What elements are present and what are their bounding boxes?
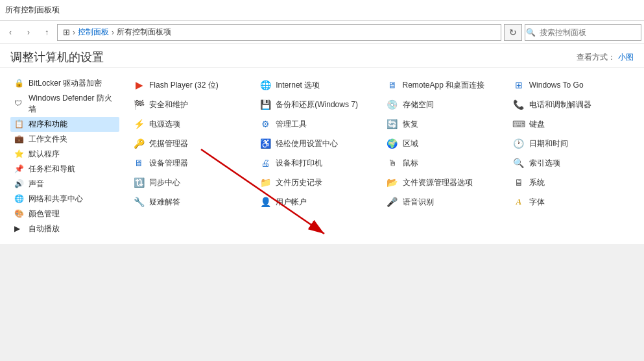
item-label: RemoteApp 和桌面连接 (403, 80, 485, 91)
printer-icon: 🖨 (259, 156, 272, 169)
programs-icon: 📋 (14, 119, 25, 130)
grid-item-explorer[interactable]: 📂 文件资源管理器选项 (381, 173, 507, 192)
grid-item-flash[interactable]: ▶ Flash Player (32 位) (127, 76, 254, 94)
grid-item-trouble[interactable]: 🔧 疑难解答 (127, 193, 254, 211)
security-icon: 🏁 (132, 98, 145, 111)
view-current[interactable]: 小图 (618, 52, 634, 63)
item-label: 区域 (403, 138, 418, 149)
grid-item-mouse[interactable]: 🖱 鼠标 (381, 154, 507, 172)
filehist-icon: 📁 (259, 176, 272, 189)
sidebar-item-defender[interactable]: 🛡 Windows Defender 防火墙 (10, 91, 119, 117)
forward-button[interactable]: › (21, 25, 36, 40)
grid-item-user[interactable]: 👤 用户帐户 (254, 193, 380, 211)
search-box: 🔍 (525, 24, 641, 41)
sidebar-item-color[interactable]: 🎨 颜色管理 (10, 206, 119, 221)
system-icon: 🖥 (512, 176, 525, 189)
item-label: 管理工具 (276, 119, 307, 130)
sidebar-item-default[interactable]: ⭐ 默认程序 (10, 147, 119, 162)
sound-icon: 🔊 (14, 179, 25, 190)
grid-item-remoteapp[interactable]: 🖥 RemoteApp 和桌面连接 (381, 76, 507, 94)
title-bar: 所有控制面板项 (0, 0, 644, 21)
sidebar-item-bitlocker[interactable]: 🔒 BitLocker 驱动器加密 (10, 76, 119, 91)
grid-item-keyboard[interactable]: ⌨ 键盘 (507, 115, 634, 133)
item-label: Flash Player (32 位) (149, 80, 219, 91)
item-label: 电源选项 (149, 119, 180, 130)
backup-icon: 💾 (259, 98, 272, 111)
item-label: Windows To Go (529, 81, 584, 90)
mouse-icon: 🖱 (386, 156, 399, 169)
sidebar-item-label: 自动播放 (29, 223, 60, 234)
refresh-button[interactable]: ↻ (504, 24, 522, 41)
grid-item-devmgr[interactable]: 🖥 设备管理器 (127, 154, 254, 172)
back-button[interactable]: ‹ (3, 25, 18, 40)
sidebar-item-autoplay[interactable]: ▶ 自动播放 (10, 221, 119, 236)
item-label: 凭据管理器 (149, 138, 188, 149)
item-label: 同步中心 (149, 177, 180, 188)
grid-item-system[interactable]: 🖥 系统 (507, 173, 634, 192)
grid-item-security[interactable]: 🏁 安全和维护 (127, 95, 254, 114)
sidebar-item-taskbar[interactable]: 📌 任务栏和导航 (10, 162, 119, 177)
sidebar-item-sound[interactable]: 🔊 声音 (10, 177, 119, 192)
sidebar-item-label: 网络和共享中心 (29, 193, 83, 205)
view-options: 查看方式： 小图 (577, 52, 634, 63)
breadcrumb: ⊞ › 控制面板 › 所有控制面板项 (63, 27, 171, 38)
grid-item-filehist[interactable]: 📁 文件历史记录 (254, 173, 380, 192)
address-field[interactable]: ⊞ › 控制面板 › 所有控制面板项 (57, 24, 501, 41)
grid-item-datetime[interactable]: 🕐 日期和时间 (507, 134, 634, 153)
grid-item-backup[interactable]: 💾 备份和还原(Windows 7) (254, 95, 380, 114)
recover-icon: 🔄 (386, 118, 399, 131)
devmgr-icon: 🖥 (132, 156, 145, 169)
sidebar-item-label: 工作文件夹 (29, 134, 67, 145)
sidebar-item-label: 程序和功能 (29, 119, 67, 130)
keyboard-icon: ⌨ (512, 118, 525, 131)
grid-item-font[interactable]: A 字体 (507, 193, 634, 211)
grid-item-region[interactable]: 🌍 区域 (381, 134, 507, 153)
grid-item-credential[interactable]: 🔑 凭据管理器 (127, 134, 254, 153)
datetime-icon: 🕐 (512, 137, 525, 150)
ease-icon: ♿ (259, 137, 272, 150)
explorer-icon: 📂 (386, 176, 399, 189)
grid-item-power[interactable]: ⚡ 电源选项 (127, 115, 254, 133)
item-label: 存储空间 (403, 99, 434, 110)
item-label: 字体 (529, 197, 545, 208)
grid-item-wintogo[interactable]: ⊞ Windows To Go (507, 76, 634, 94)
grid-item-phone[interactable]: 📞 电话和调制解调器 (507, 95, 634, 114)
search-input[interactable] (536, 28, 641, 37)
window-title: 所有控制面板项 (5, 5, 60, 16)
wintogo-icon: ⊞ (512, 79, 525, 92)
remoteapp-icon: 🖥 (386, 79, 399, 92)
content-area: 🔒 BitLocker 驱动器加密 🛡 Windows Defender 防火墙… (0, 68, 644, 244)
admin-icon: ⚙ (259, 118, 272, 131)
breadcrumb-root[interactable]: 控制面板 (78, 27, 109, 38)
sidebar-item-label: 默认程序 (29, 149, 60, 160)
item-label: 日期和时间 (529, 138, 568, 149)
item-label: 安全和维护 (149, 99, 188, 110)
grid-item-admin[interactable]: ⚙ 管理工具 (254, 115, 380, 133)
sidebar-item-label: BitLocker 驱动器加密 (29, 78, 102, 89)
grid-item-internet[interactable]: 🌐 Internet 选项 (254, 76, 380, 94)
view-label: 查看方式： (577, 52, 615, 63)
grid-item-voice[interactable]: 🎤 语音识别 (381, 193, 507, 211)
grid-item-sync[interactable]: 🔃 同步中心 (127, 173, 254, 192)
grid-item-printer[interactable]: 🖨 设备和打印机 (254, 154, 380, 172)
search-icon: 🔍 (525, 28, 536, 37)
up-button[interactable]: ↑ (39, 25, 54, 40)
item-label: 设备管理器 (149, 158, 188, 169)
grid-item-ease[interactable]: ♿ 轻松使用设置中心 (254, 134, 380, 153)
main-grid: ▶ Flash Player (32 位) 🌐 Internet 选项 🖥 Re… (127, 76, 634, 236)
item-label: 键盘 (529, 119, 545, 130)
grid-item-index[interactable]: 🔍 索引选项 (507, 154, 634, 172)
item-label: 备份和还原(Windows 7) (276, 99, 358, 110)
taskbar-icon: 📌 (14, 164, 25, 175)
workfolder-icon: 💼 (14, 134, 25, 145)
bitlocker-icon: 🔒 (14, 79, 25, 89)
sidebar-item-programs[interactable]: 📋 程序和功能 (10, 117, 119, 132)
default-icon: ⭐ (14, 149, 25, 160)
credential-icon: 🔑 (132, 137, 145, 150)
grid-item-recover[interactable]: 🔄 恢复 (381, 115, 507, 133)
sidebar: 🔒 BitLocker 驱动器加密 🛡 Windows Defender 防火墙… (10, 76, 127, 236)
region-icon: 🌍 (386, 137, 399, 150)
sidebar-item-network[interactable]: 🌐 网络和共享中心 (10, 192, 119, 206)
sidebar-item-workfolder[interactable]: 💼 工作文件夹 (10, 132, 119, 147)
grid-item-storage[interactable]: 💿 存储空间 (381, 95, 507, 114)
